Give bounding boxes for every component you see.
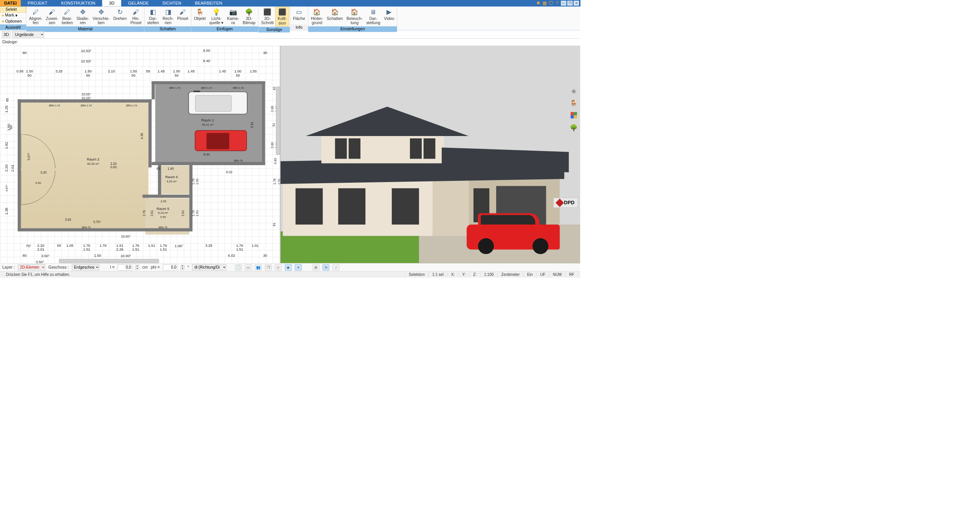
- dim-l136: 1.36: [5, 208, 9, 215]
- dim-l220: 2.20: [5, 164, 9, 171]
- ribbon-btn-label: Beleuch- tung: [347, 16, 363, 25]
- ribbon-btn-material-0[interactable]: 🖊Abgrei- fen: [27, 7, 44, 26]
- ribbon-btn-material-4[interactable]: ✥Verschie- ben: [91, 7, 112, 26]
- ribbon-btn-einfügen-2[interactable]: 📷Kame- ra: [225, 7, 241, 26]
- brh-1: BRH 1.74: [49, 104, 60, 107]
- ribbon-btn-einstellungen-2[interactable]: 🏠Beleuch- tung: [345, 7, 365, 26]
- window-restore-icon[interactable]: ❐: [567, 1, 572, 6]
- ribbon-btn-einstellungen-4[interactable]: ▶Video: [382, 7, 396, 21]
- title-help-icon[interactable]: ?: [554, 1, 560, 6]
- ribbon-btn-material-2[interactable]: 🖊Bear- beiten: [60, 7, 75, 26]
- ribbon-btn-material-1[interactable]: 🖌Zuwei- sen: [44, 7, 60, 26]
- ribbon-btn-sonstige-1[interactable]: ⬛Kolli- sion: [275, 7, 289, 26]
- menu-datei[interactable]: DATEI: [0, 0, 21, 7]
- abgrei-icon: 🖊: [31, 7, 40, 16]
- dim-30a: 30: [263, 51, 267, 55]
- diamond-icon[interactable]: ◇: [275, 264, 282, 271]
- dim-l067: 0.67⁵: [5, 185, 8, 191]
- ribbon-btn-info-0[interactable]: ▭Fläche: [291, 7, 307, 21]
- dim-145a: 1.45: [158, 69, 164, 74]
- scrollbar-horizontal[interactable]: [59, 259, 159, 263]
- car-3d: [467, 213, 562, 254]
- dim-50d: 50: [174, 74, 179, 78]
- title-snap-icon[interactable]: ▦: [542, 1, 547, 6]
- window-close-icon[interactable]: ✕: [574, 1, 579, 6]
- group-icon[interactable]: 👥: [255, 264, 262, 271]
- ribbon-btn-material-5[interactable]: ↻Drehen: [112, 7, 128, 21]
- zuwei-icon: 🖌: [48, 7, 57, 16]
- dim-top-2: 9.00: [203, 49, 210, 53]
- dim-b176a2: 1.76: [100, 244, 107, 248]
- menu-gelaende[interactable]: GELÄNDE: [121, 0, 155, 7]
- mark-button[interactable]: ◈Mark. ▾: [0, 12, 26, 18]
- l-spinner[interactable]: ▲▼: [135, 265, 139, 270]
- dim-093: 0.93: [110, 165, 117, 169]
- n-icon[interactable]: N: [322, 264, 329, 271]
- phi-input[interactable]: [163, 264, 178, 270]
- ribbon-btn-material-6[interactable]: 🖌Hin. Pinsel: [128, 7, 143, 26]
- title-tool-icon[interactable]: ✖: [536, 1, 541, 6]
- dim-1000: 10.00⁵: [121, 235, 130, 238]
- window-minimize-icon[interactable]: —: [561, 1, 566, 6]
- scrollbar-vertical[interactable]: [276, 87, 280, 155]
- selekt-button[interactable]: ↖Selekt: [0, 7, 26, 13]
- geschoss-dropdown[interactable]: Erdgeschos: [72, 264, 99, 271]
- phi-spinner[interactable]: ▲▼: [181, 265, 184, 270]
- dim-r176c: 1.76: [191, 210, 195, 216]
- title-screen-icon[interactable]: 🖵: [548, 1, 554, 6]
- frame-icon[interactable]: ▭: [245, 264, 252, 271]
- furniture-icon[interactable]: 🪑: [570, 99, 578, 107]
- ribbon-btn-einfügen-0[interactable]: 🪑Objekt: [192, 7, 207, 21]
- terrain-dropdown[interactable]: Urgelände: [12, 31, 44, 38]
- menu-bearbeiten[interactable]: BEARBEITEN: [188, 0, 229, 7]
- dim-r176b: 1.76: [191, 179, 195, 185]
- dpd-cube-icon: [556, 198, 564, 207]
- palette-icon[interactable]: [570, 111, 578, 119]
- dim-b105: 1.05: [66, 244, 73, 248]
- beleuch-icon: 🏠: [350, 7, 359, 16]
- menu-projekt[interactable]: PROJEKT: [21, 0, 54, 7]
- dim-b151e: 1.51: [160, 247, 167, 251]
- info-icon[interactable]: i: [332, 264, 339, 271]
- ribbon-btn-einfügen-1[interactable]: 💡Licht- quelle ▾: [207, 7, 225, 26]
- l-input[interactable]: [118, 264, 132, 270]
- dim-63: 63: [157, 167, 160, 171]
- ribbon-btn-einstellungen-1[interactable]: 🏠Schatten: [325, 7, 345, 21]
- dim-r51a: 51: [272, 123, 275, 126]
- clock-icon[interactable]: 🕐: [235, 264, 242, 271]
- menu-sichten[interactable]: SICHTEN: [156, 0, 188, 7]
- ribbon-btn-label: Zuwei- sen: [46, 16, 58, 25]
- ribbon-btn-schatten-1[interactable]: ◨Rech- nen: [161, 7, 175, 26]
- blue-diamond-icon[interactable]: ◆: [285, 264, 292, 271]
- dim-b151f: 1.51: [236, 247, 243, 251]
- layers2-icon[interactable]: ≡: [295, 264, 302, 271]
- ribbon-btn-einstellungen-0[interactable]: 🏠Hinter- grund: [309, 7, 325, 26]
- copy-icon[interactable]: ❐: [265, 264, 272, 271]
- dim-261b: 2.61: [181, 210, 184, 216]
- layers-icon[interactable]: ◈: [570, 87, 578, 95]
- dim-320: 3.20: [41, 171, 47, 174]
- ribbon-btn-schatten-0[interactable]: ◧Dar- stellen: [145, 7, 161, 26]
- grid-icon[interactable]: ⊞: [312, 264, 319, 271]
- ribbon-btn-material-3[interactable]: ✥Skalie- ren: [75, 7, 91, 26]
- view-tag-3d[interactable]: 3D: [2, 31, 11, 37]
- dl-dropdown[interactable]: dl (Richtung/Di: [192, 264, 227, 271]
- status-rf: RF: [565, 272, 578, 277]
- dim-b30b: 30: [263, 254, 267, 258]
- menu-konstruktion[interactable]: KONSTRUKTION: [54, 0, 102, 7]
- dim-r151b: 1.51: [195, 179, 199, 185]
- 3d-view[interactable]: DPD: [281, 46, 580, 263]
- auswahl-label: Auswahl: [0, 25, 26, 30]
- menu-3d[interactable]: 3D: [102, 0, 122, 7]
- ribbon-btn-einstellungen-3[interactable]: 🖥Dar- stellung: [365, 7, 382, 26]
- dim-50e: 50: [236, 74, 240, 78]
- ribbon-btn-schatten-2[interactable]: 🖌Pinsel: [175, 7, 190, 21]
- tree-icon[interactable]: 🌳: [570, 123, 578, 131]
- layer-dropdown[interactable]: 2D-Elemen: [18, 264, 45, 271]
- optionen-button[interactable]: ✚Optionen: [0, 18, 26, 25]
- ribbon-btn-einfügen-3[interactable]: 🌳3D- Bitmap: [241, 7, 257, 26]
- hinter-icon: 🏠: [312, 7, 322, 16]
- floorplan-view[interactable]: 10.53⁵ 9.00 10.53⁵ 8.40 80 30 1.50 3.25 …: [0, 46, 281, 263]
- ribbon-btn-sonstige-0[interactable]: ⬛3D- Schnitt: [259, 7, 275, 26]
- ribbon-btn-label: 3D- Bitmap: [243, 16, 255, 25]
